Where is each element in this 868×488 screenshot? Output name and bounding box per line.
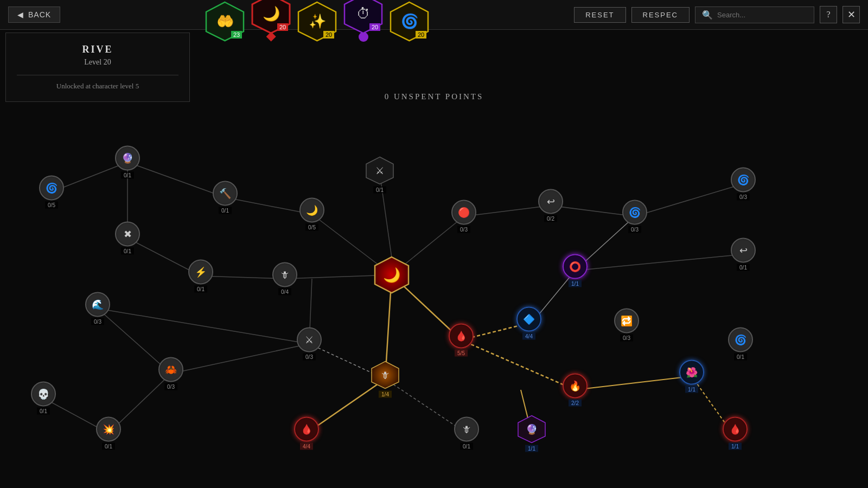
node-n5-count: 0/5 [305,224,318,231]
skill-node-n10[interactable]: ✖ 0/1 [115,222,140,255]
node-n29-count: 1/1 [525,445,538,452]
skill-node-n9[interactable]: 🌀 0/3 [731,168,756,201]
skill-tab-4[interactable]: ⏱ 20 [343,0,384,42]
node-n15-count: 0/1 [737,264,750,271]
search-box[interactable]: 🔍 [695,7,814,23]
right-controls: RESET RESPEC 🔍 ? ✕ [574,6,860,23]
skill-node-n5[interactable]: 🌙 0/5 [299,198,324,231]
skill-node-main[interactable]: 🌙 [373,256,411,294]
skill-node-n6[interactable]: 🔴 0/3 [451,200,476,233]
skill-node-n18[interactable]: 🩸 5/5 [449,324,474,357]
skill-node-n25[interactable]: 🌺 1/1 [679,360,704,393]
back-arrow-icon: ◀ [17,10,24,19]
skill-node-n28[interactable]: 🗡 0/1 [454,417,479,450]
skill-node-n15[interactable]: ↩ 0/1 [731,238,756,271]
svg-line-7 [225,197,312,214]
skill-node-n7[interactable]: ↩ 0/2 [538,189,563,222]
unlock-info: Unlocked at character level 5 [17,75,178,91]
skill-node-n26[interactable]: 💀 0/1 [31,382,56,415]
skill-node-n19[interactable]: 🔷 4/4 [516,307,541,340]
skill-node-n4[interactable]: 🔨 0/1 [213,181,238,214]
svg-line-28 [575,376,692,390]
node-n20-count: 0/3 [620,335,633,342]
reset-button[interactable]: RESET [574,7,626,23]
svg-line-5 [127,162,225,197]
skill-node-n2[interactable]: 🔮 0/1 [115,146,140,179]
svg-line-35 [98,309,309,344]
svg-line-27 [461,340,575,390]
svg-line-22 [575,254,743,271]
node-n7-count: 0/2 [544,215,557,222]
skill-node-n8[interactable]: 🌀 0/3 [622,200,647,233]
node-n12-count: 0/4 [278,288,291,296]
node-n10-count: 0/1 [121,248,134,255]
node-n14-count: 1/1 [569,280,582,287]
node-n3-count: 0/5 [45,202,58,209]
node-n31-count: 0/1 [102,443,115,450]
node-n25-count: 1/1 [685,386,698,393]
close-button[interactable]: ✕ [843,6,860,23]
skill-node-n16[interactable]: 🌊 0/3 [85,292,110,325]
skill-node-n11[interactable]: ⚡ 0/1 [188,260,213,293]
node-n19-count: 4/4 [522,333,535,340]
node-n21-count: 0/1 [734,354,747,361]
skill-node-n29[interactable]: 🔮 1/1 [517,415,546,452]
skill-node-n31[interactable]: 💥 0/1 [96,417,121,450]
search-input[interactable] [717,11,807,19]
node-n2-count: 0/1 [121,172,134,179]
skill-tab-1[interactable]: 🤲 23 [205,1,245,42]
skill-tab-5[interactable]: 🌀 20 [389,1,430,42]
node-n17-count: 0/3 [303,354,316,361]
skill-node-n12[interactable]: 🗡 0/4 [272,262,297,296]
skill-tab-3[interactable]: ✨ 20 [297,1,337,42]
skill-node-n30[interactable]: 🩸 1/1 [723,417,748,450]
help-button[interactable]: ? [820,6,837,23]
node-n18-count: 5/5 [455,350,468,357]
node-n30-count: 1/1 [729,443,742,450]
skill-node-n1[interactable]: ⚔ 0/1 [365,156,394,194]
svg-line-11 [464,206,551,216]
skill-level: Level 20 [17,58,178,67]
node-n28-count: 0/1 [460,443,473,450]
skill-tabs: 🤲 23 🌙 20 ✨ 20 ⏱ 20 [68,0,566,42]
node-n6-count: 0/3 [457,226,470,233]
skill-node-n22[interactable]: 🦀 0/3 [158,357,183,390]
skill-node-n23[interactable]: 🗡 1/4 [371,361,400,398]
node-n9-count: 0/3 [737,194,750,201]
node-n23-count: 1/4 [379,391,392,398]
respec-button[interactable]: RESPEC [631,7,690,23]
node-n22-count: 0/3 [164,383,177,390]
node-n8-count: 0/3 [628,226,641,233]
node-n1-count: 0/1 [373,187,386,194]
skill-node-n20[interactable]: 🔁 0/3 [614,309,639,342]
skill-node-n21[interactable]: 🌀 0/1 [728,328,753,361]
node-n16-count: 0/3 [91,318,104,325]
node-n27-count: 4/4 [300,443,313,450]
skill-name: RIVE [17,44,178,55]
back-button[interactable]: ◀ BACK [8,7,60,23]
skill-node-n24[interactable]: 🔥 2/2 [563,374,588,407]
skill-tab-2[interactable]: 🌙 20 [251,0,291,42]
node-n11-count: 0/1 [194,286,207,293]
unspent-points: 0 UNSPENT POINTS [385,92,484,101]
svg-line-33 [171,344,309,374]
node-n4-count: 0/1 [219,207,232,214]
svg-line-13 [635,184,743,216]
node-n26-count: 0/1 [37,408,50,415]
skill-node-n27[interactable]: 🩸 4/4 [294,417,319,450]
search-icon: 🔍 [702,10,713,20]
skill-node-n14[interactable]: ⭕ 1/1 [563,254,588,287]
skill-node-n17[interactable]: ⚔ 0/3 [297,328,322,361]
skill-node-n3[interactable]: 🌀 0/5 [39,176,64,209]
node-n24-count: 2/2 [569,400,582,407]
back-label: BACK [28,10,51,19]
info-panel: RIVE Level 20 Unlocked at character leve… [5,33,190,102]
